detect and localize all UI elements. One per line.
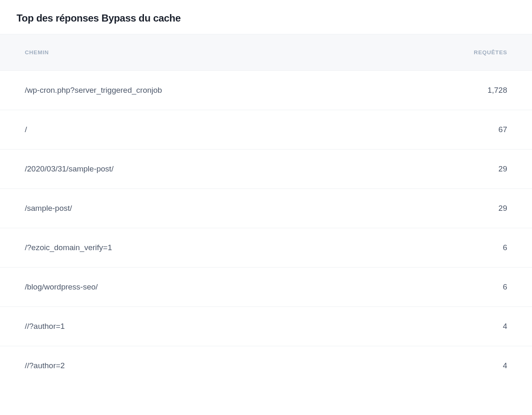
column-header-requests: REQUÊTES xyxy=(474,49,507,55)
cell-path: / xyxy=(25,125,27,134)
column-header-path: CHEMIN xyxy=(25,49,49,55)
cell-path: /2020/03/31/sample-post/ xyxy=(25,164,113,174)
table-row[interactable]: / 67 xyxy=(0,110,532,150)
cell-requests: 1,728 xyxy=(487,86,507,95)
panel-header: Top des réponses Bypass du cache xyxy=(0,0,532,34)
cell-path: /wp-cron.php?server_triggered_cronjob xyxy=(25,86,162,95)
table-row[interactable]: /sample-post/ 29 xyxy=(0,189,532,228)
cell-path: //?author=1 xyxy=(25,322,65,331)
table-row[interactable]: /2020/03/31/sample-post/ 29 xyxy=(0,150,532,189)
cell-requests: 29 xyxy=(498,164,507,174)
cell-path: /sample-post/ xyxy=(25,204,72,213)
table-row[interactable]: /?ezoic_domain_verify=1 6 xyxy=(0,228,532,268)
cell-requests: 4 xyxy=(503,322,507,331)
table-header-row: CHEMIN REQUÊTES xyxy=(0,34,532,71)
cell-path: //?author=2 xyxy=(25,361,65,370)
table-body: /wp-cron.php?server_triggered_cronjob 1,… xyxy=(0,71,532,385)
cell-requests: 6 xyxy=(503,282,507,292)
table-row[interactable]: //?author=1 4 xyxy=(0,307,532,346)
table-row[interactable]: //?author=2 4 xyxy=(0,346,532,385)
cell-path: /?ezoic_domain_verify=1 xyxy=(25,243,112,252)
cell-path: /blog/wordpress-seo/ xyxy=(25,282,98,292)
page-title: Top des réponses Bypass du cache xyxy=(17,12,515,24)
table-row[interactable]: /wp-cron.php?server_triggered_cronjob 1,… xyxy=(0,71,532,110)
panel: Top des réponses Bypass du cache CHEMIN … xyxy=(0,0,532,385)
cell-requests: 6 xyxy=(503,243,507,252)
table-row[interactable]: /blog/wordpress-seo/ 6 xyxy=(0,268,532,307)
cell-requests: 67 xyxy=(498,125,507,134)
cell-requests: 29 xyxy=(498,204,507,213)
cell-requests: 4 xyxy=(503,361,507,370)
